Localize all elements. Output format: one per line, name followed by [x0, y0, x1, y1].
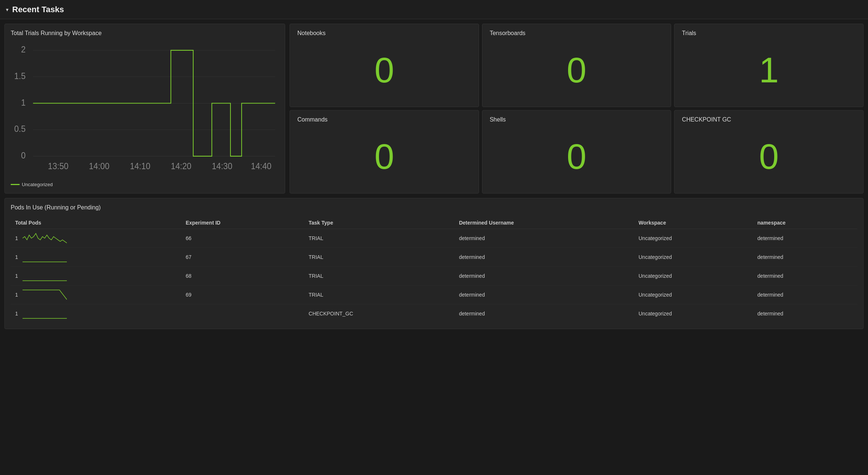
svg-text:2: 2 [21, 45, 25, 55]
header: ▾ Recent Tasks [0, 0, 868, 19]
cell-total-pods: 1 [11, 248, 181, 267]
page: ▾ Recent Tasks Total Trials Running by W… [0, 0, 868, 475]
table-row: 1 CHECKPOINT_GC determined Uncategorized… [11, 304, 857, 323]
pods-table: Total Pods Experiment ID Task Type Deter… [11, 217, 857, 323]
stats-grid: Notebooks 0 Tensorboards 0 Trials 1 Comm… [290, 24, 864, 194]
cell-workspace: Uncategorized [634, 286, 753, 304]
sparkline-svg [23, 308, 67, 319]
cell-namespace: determined [753, 248, 857, 267]
svg-text:14:10: 14:10 [130, 161, 151, 171]
cell-task-type: TRIAL [304, 267, 455, 286]
cell-workspace: Uncategorized [634, 229, 753, 248]
pods-title: Pods In Use (Running or Pending) [11, 204, 857, 211]
page-title: Recent Tasks [12, 5, 64, 14]
stat-value-shells: 0 [490, 126, 664, 187]
cell-experiment-id: 69 [181, 286, 304, 304]
legend-label: Uncategorized [22, 182, 53, 187]
cell-username: determined [455, 229, 634, 248]
main-content: Total Trials Running by Workspace 2 1.5 … [0, 19, 868, 334]
cell-experiment-id [181, 304, 304, 323]
stat-card-trials: Trials 1 [674, 24, 864, 107]
col-username: Determined Username [455, 217, 634, 229]
table-row: 1 67 TRIAL determined Uncategorized dete… [11, 248, 857, 267]
stat-card-checkpoint-gc: CHECKPOINT GC 0 [674, 110, 864, 194]
chart-svg: 2 1.5 1 0.5 0 13:50 14:00 14:10 14:20 14… [11, 42, 279, 179]
cell-task-type: CHECKPOINT_GC [304, 304, 455, 323]
chart-legend: Uncategorized [11, 182, 279, 187]
cell-total-pods: 1 [11, 286, 181, 304]
table-row: 1 66 TRIAL determined Uncategorized dete… [11, 229, 857, 248]
svg-text:13:50: 13:50 [48, 161, 69, 171]
cell-experiment-id: 68 [181, 267, 304, 286]
cell-workspace: Uncategorized [634, 248, 753, 267]
sparkline-svg [23, 252, 67, 263]
chart-title: Total Trials Running by Workspace [11, 30, 279, 37]
svg-text:1: 1 [21, 98, 25, 107]
stat-card-commands: Commands 0 [290, 110, 479, 194]
svg-text:14:30: 14:30 [212, 161, 233, 171]
table-row: 1 68 TRIAL determined Uncategorized dete… [11, 267, 857, 286]
top-row: Total Trials Running by Workspace 2 1.5 … [4, 24, 864, 194]
svg-text:1.5: 1.5 [14, 71, 25, 81]
cell-total-pods: 1 [11, 267, 181, 286]
cell-workspace: Uncategorized [634, 304, 753, 323]
pods-panel: Pods In Use (Running or Pending) Total P… [4, 198, 864, 329]
stat-card-shells: Shells 0 [482, 110, 671, 194]
table-row: 1 69 TRIAL determined Uncategorized dete… [11, 286, 857, 304]
cell-workspace: Uncategorized [634, 267, 753, 286]
cell-username: determined [455, 248, 634, 267]
svg-text:14:20: 14:20 [171, 161, 192, 171]
cell-namespace: determined [753, 304, 857, 323]
stat-label-tensorboards: Tensorboards [490, 30, 664, 37]
cell-task-type: TRIAL [304, 286, 455, 304]
sparkline-svg [23, 233, 67, 244]
col-workspace: Workspace [634, 217, 753, 229]
stat-card-notebooks: Notebooks 0 [290, 24, 479, 107]
cell-username: determined [455, 286, 634, 304]
stat-value-tensorboards: 0 [490, 40, 664, 101]
cell-namespace: determined [753, 286, 857, 304]
cell-experiment-id: 66 [181, 229, 304, 248]
stat-value-trials: 1 [682, 40, 856, 101]
cell-total-pods: 1 [11, 304, 181, 323]
table-header-row: Total Pods Experiment ID Task Type Deter… [11, 217, 857, 229]
sparkline-svg [23, 289, 67, 300]
stat-label-shells: Shells [490, 116, 664, 123]
cell-experiment-id: 67 [181, 248, 304, 267]
svg-text:0.5: 0.5 [14, 124, 25, 134]
cell-namespace: determined [753, 267, 857, 286]
stat-label-trials: Trials [682, 30, 856, 37]
stat-card-tensorboards: Tensorboards 0 [482, 24, 671, 107]
stat-value-commands: 0 [297, 126, 471, 187]
svg-text:0: 0 [21, 151, 25, 161]
stat-value-checkpoint-gc: 0 [682, 126, 856, 187]
stat-label-checkpoint-gc: CHECKPOINT GC [682, 116, 856, 123]
cell-task-type: TRIAL [304, 248, 455, 267]
sparkline-svg [23, 270, 67, 281]
col-experiment-id: Experiment ID [181, 217, 304, 229]
stat-value-notebooks: 0 [297, 40, 471, 101]
cell-total-pods: 1 [11, 229, 181, 248]
col-task-type: Task Type [304, 217, 455, 229]
legend-color [11, 184, 20, 185]
stat-label-notebooks: Notebooks [297, 30, 471, 37]
chevron-icon: ▾ [6, 7, 8, 13]
cell-username: determined [455, 304, 634, 323]
cell-namespace: determined [753, 229, 857, 248]
chart-area: 2 1.5 1 0.5 0 13:50 14:00 14:10 14:20 14… [11, 42, 279, 179]
cell-task-type: TRIAL [304, 229, 455, 248]
col-namespace: namespace [753, 217, 857, 229]
svg-text:14:40: 14:40 [251, 161, 271, 171]
cell-username: determined [455, 267, 634, 286]
svg-text:14:00: 14:00 [89, 161, 110, 171]
col-total-pods: Total Pods [11, 217, 181, 229]
stat-label-commands: Commands [297, 116, 471, 123]
chart-panel: Total Trials Running by Workspace 2 1.5 … [4, 24, 285, 194]
